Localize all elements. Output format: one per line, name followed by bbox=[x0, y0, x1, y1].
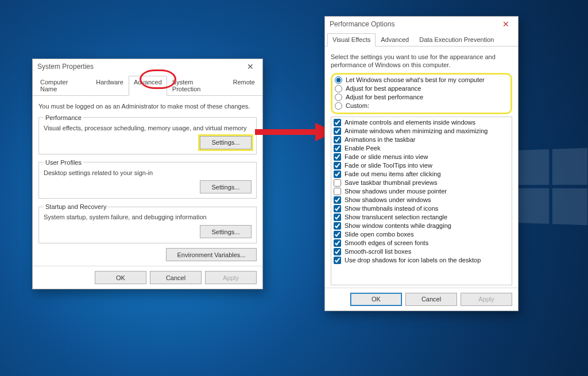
checkbox-input[interactable] bbox=[334, 162, 341, 169]
radio-label: Adjust for best appearance bbox=[346, 85, 421, 92]
tab-advanced[interactable]: Advanced bbox=[376, 33, 414, 46]
checkbox-label: Animations in the taskbar bbox=[345, 136, 416, 143]
checkbox-input[interactable] bbox=[334, 127, 341, 135]
group-text: System startup, system failure, and debu… bbox=[44, 214, 252, 222]
checkbox-input[interactable] bbox=[334, 222, 341, 230]
check-option[interactable]: Show shadows under mouse pointer bbox=[334, 187, 509, 196]
system-properties-dialog: System Properties ✕ Computer NameHardwar… bbox=[32, 59, 263, 289]
check-option[interactable]: Animate windows when minimizing and maxi… bbox=[334, 127, 509, 135]
radio-label: Let Windows choose what's best for my co… bbox=[346, 76, 485, 83]
tab-system-protection[interactable]: System Protection bbox=[167, 76, 228, 96]
checkbox-input[interactable] bbox=[334, 145, 341, 152]
checkbox-input[interactable] bbox=[334, 153, 341, 161]
apply-button[interactable]: Apply bbox=[205, 271, 257, 284]
group-text: Visual effects, processor scheduling, me… bbox=[44, 125, 252, 133]
visual-effects-list[interactable]: Animate controls and elements inside win… bbox=[331, 117, 512, 285]
checkbox-label: Slide open combo boxes bbox=[345, 231, 413, 238]
titlebar: Performance Options ✕ bbox=[325, 17, 518, 32]
performance-group: Performance Visual effects, processor sc… bbox=[38, 114, 257, 154]
startup-recovery-group: Startup and Recovery System startup, sys… bbox=[38, 203, 257, 243]
dialog-footer: OK Cancel Apply bbox=[33, 266, 262, 289]
radio-label: Custom: bbox=[346, 102, 369, 109]
group-legend: User Profiles bbox=[44, 159, 83, 166]
check-option[interactable]: Animations in the taskbar bbox=[334, 135, 509, 144]
radio-option[interactable]: Adjust for best performance bbox=[335, 93, 508, 102]
checkbox-label: Fade or slide ToolTips into view bbox=[345, 162, 432, 169]
check-option[interactable]: Save taskbar thumbnail previews bbox=[334, 179, 509, 187]
checkbox-input[interactable] bbox=[334, 257, 341, 264]
ok-button[interactable]: OK bbox=[95, 271, 146, 284]
checkbox-label: Fade out menu items after clicking bbox=[345, 170, 441, 177]
tab-remote[interactable]: Remote bbox=[227, 76, 260, 96]
tab-data-execution-prevention[interactable]: Data Execution Prevention bbox=[414, 33, 499, 46]
radio-label: Adjust for best performance bbox=[346, 94, 423, 100]
checkbox-input[interactable] bbox=[334, 119, 341, 126]
check-option[interactable]: Smooth edges of screen fonts bbox=[334, 239, 509, 247]
startup-settings-button[interactable]: Settings... bbox=[200, 225, 252, 238]
check-option[interactable]: Enable Peek bbox=[334, 144, 509, 153]
checkbox-label: Show window contents while dragging bbox=[345, 222, 451, 229]
checkbox-label: Enable Peek bbox=[345, 145, 380, 152]
checkbox-input[interactable] bbox=[334, 196, 341, 204]
checkbox-input[interactable] bbox=[334, 170, 341, 178]
tab-visual-effects[interactable]: Visual Effects bbox=[327, 33, 376, 46]
check-option[interactable]: Show shadows under windows bbox=[334, 196, 509, 204]
titlebar: System Properties ✕ bbox=[33, 59, 262, 74]
tab-hardware[interactable]: Hardware bbox=[91, 76, 129, 96]
checkbox-label: Smooth-scroll list boxes bbox=[345, 248, 411, 255]
checkbox-label: Save taskbar thumbnail previews bbox=[345, 179, 437, 186]
ok-button[interactable]: OK bbox=[350, 293, 402, 306]
check-option[interactable]: Smooth-scroll list boxes bbox=[334, 247, 509, 256]
checkbox-input[interactable] bbox=[334, 248, 341, 255]
check-option[interactable]: Fade or slide ToolTips into view bbox=[334, 161, 509, 170]
radio-input[interactable] bbox=[335, 85, 342, 92]
apply-button[interactable]: Apply bbox=[461, 293, 512, 306]
checkbox-label: Smooth edges of screen fonts bbox=[345, 239, 428, 246]
admin-note: You must be logged on as an Administrato… bbox=[38, 103, 257, 111]
group-text: Desktop settings related to your sign-in bbox=[44, 169, 252, 177]
radio-input[interactable] bbox=[335, 94, 342, 101]
radio-input[interactable] bbox=[335, 76, 342, 84]
check-option[interactable]: Slide open combo boxes bbox=[334, 230, 509, 239]
checkbox-label: Show thumbnails instead of icons bbox=[345, 205, 438, 212]
dialog-footer: OK Cancel Apply bbox=[325, 288, 518, 311]
check-option[interactable]: Fade out menu items after clicking bbox=[334, 170, 509, 179]
radio-group-highlight: Let Windows choose what's best for my co… bbox=[331, 73, 512, 114]
cancel-button[interactable]: Cancel bbox=[150, 271, 202, 284]
checkbox-label: Fade or slide menus into view bbox=[345, 153, 428, 160]
desktop-background: System Properties ✕ Computer NameHardwar… bbox=[0, 0, 588, 376]
environment-variables-button[interactable]: Environment Variables... bbox=[166, 248, 257, 261]
radio-option[interactable]: Custom: bbox=[335, 102, 508, 110]
check-option[interactable]: Show window contents while dragging bbox=[334, 222, 509, 230]
checkbox-label: Use drop shadows for icon labels on the … bbox=[345, 257, 481, 263]
checkbox-input[interactable] bbox=[334, 239, 341, 247]
checkbox-label: Show translucent selection rectangle bbox=[345, 214, 447, 220]
cancel-button[interactable]: Cancel bbox=[405, 293, 457, 306]
checkbox-label: Animate controls and elements inside win… bbox=[345, 119, 475, 126]
windows-logo bbox=[516, 148, 587, 226]
close-button[interactable]: ✕ bbox=[239, 60, 261, 73]
checkbox-input[interactable] bbox=[334, 179, 341, 187]
check-option[interactable]: Fade or slide menus into view bbox=[334, 153, 509, 161]
checkbox-input[interactable] bbox=[334, 214, 341, 221]
tab-advanced[interactable]: Advanced bbox=[129, 76, 167, 96]
user-profiles-group: User Profiles Desktop settings related t… bbox=[38, 159, 257, 199]
check-option[interactable]: Show thumbnails instead of icons bbox=[334, 204, 509, 213]
performance-settings-button[interactable]: Settings... bbox=[200, 136, 252, 149]
radio-input[interactable] bbox=[335, 102, 342, 110]
tab-computer-name[interactable]: Computer Name bbox=[35, 76, 91, 96]
checkbox-label: Animate windows when minimizing and maxi… bbox=[345, 127, 488, 134]
checkbox-input[interactable] bbox=[334, 231, 341, 238]
checkbox-label: Show shadows under windows bbox=[345, 196, 431, 203]
check-option[interactable]: Use drop shadows for icon labels on the … bbox=[334, 256, 509, 265]
checkbox-input[interactable] bbox=[334, 205, 341, 212]
check-option[interactable]: Show translucent selection rectangle bbox=[334, 213, 509, 222]
user-profiles-settings-button[interactable]: Settings... bbox=[200, 180, 252, 193]
checkbox-input[interactable] bbox=[334, 188, 341, 195]
radio-option[interactable]: Adjust for best appearance bbox=[335, 84, 508, 93]
check-option[interactable]: Animate controls and elements inside win… bbox=[334, 118, 509, 127]
group-legend: Performance bbox=[44, 114, 83, 121]
radio-option[interactable]: Let Windows choose what's best for my co… bbox=[335, 76, 508, 84]
checkbox-input[interactable] bbox=[334, 136, 341, 144]
close-button[interactable]: ✕ bbox=[495, 18, 517, 30]
